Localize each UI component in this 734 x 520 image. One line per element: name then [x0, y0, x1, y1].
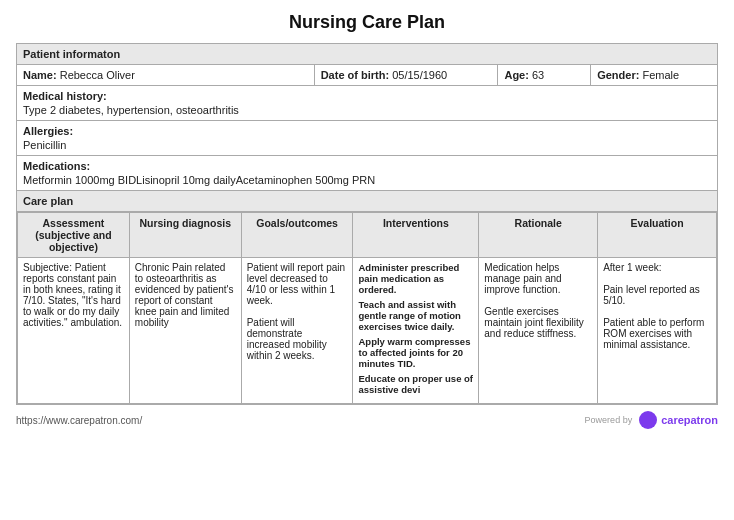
footer-url[interactable]: https://www.carepatron.com/	[16, 415, 142, 426]
th-assessment: Assessment (subjective and objective)	[18, 213, 130, 258]
goals-cell: Patient will report pain level decreased…	[241, 258, 353, 404]
patient-basic-info-row: Name: Rebecca Oliver Date of birth: 05/1…	[17, 65, 718, 86]
care-plan-table-row: Assessment (subjective and objective) Nu…	[17, 212, 718, 405]
care-plan-table: Assessment (subjective and objective) Nu…	[17, 212, 717, 404]
medications-row: Medications: Metformin 1000mg BIDLisinop…	[17, 156, 718, 191]
gender-label: Gender:	[597, 69, 639, 81]
th-interventions: Interventions	[353, 213, 479, 258]
th-nursing-diagnosis: Nursing diagnosis	[129, 213, 241, 258]
main-table: Patient informaton Name: Rebecca Oliver …	[16, 43, 718, 405]
powered-by-text: Powered by	[585, 415, 633, 425]
rationale-text: Medication helps manage pain and improve…	[484, 262, 592, 339]
allergies-row: Allergies: Penicillin	[17, 121, 718, 156]
intervention-3: Apply warm compresses to affected joints…	[358, 336, 473, 369]
patient-info-header: Patient informaton	[17, 44, 718, 65]
intervention-2: Teach and assist with gentle range of mo…	[358, 299, 473, 332]
care-plan-header-row: Assessment (subjective and objective) Nu…	[18, 213, 717, 258]
patient-gender-cell: Gender: Female	[591, 65, 717, 85]
goals-text: Patient will report pain level decreased…	[247, 262, 348, 361]
intervention-1: Administer prescribed pain medication as…	[358, 262, 473, 295]
medications-value: Metformin 1000mg BIDLisinopril 10mg dail…	[23, 174, 711, 186]
nursing-diagnosis-text: Chronic Pain related to osteoarthritis a…	[135, 262, 234, 328]
care-plan-header-row: Care plan	[17, 191, 718, 212]
medical-history-value: Type 2 diabetes, hypertension, osteoarth…	[23, 104, 711, 116]
patient-age-cell: Age: 63	[498, 65, 591, 85]
age-label: Age:	[504, 69, 528, 81]
interventions-cell: Administer prescribed pain medication as…	[353, 258, 479, 404]
evaluation-text: After 1 week: Pain level reported as 5/1…	[603, 262, 711, 350]
care-plan-data-row: Subjective: Patient reports constant pai…	[18, 258, 717, 404]
assessment-text: Subjective: Patient reports constant pai…	[23, 262, 122, 328]
page-title: Nursing Care Plan	[16, 12, 718, 33]
patient-gender: Female	[642, 69, 679, 81]
intervention-4: Educate on proper use of assistive devi	[358, 373, 473, 395]
medical-history-row: Medical history: Type 2 diabetes, hypert…	[17, 86, 718, 121]
medical-history-label: Medical history:	[23, 90, 711, 102]
th-goals: Goals/outcomes	[241, 213, 353, 258]
allergies-label: Allergies:	[23, 125, 711, 137]
assessment-cell: Subjective: Patient reports constant pai…	[18, 258, 130, 404]
medications-label: Medications:	[23, 160, 711, 172]
patient-info-header-row: Patient informaton	[17, 44, 718, 65]
interventions-list: Administer prescribed pain medication as…	[358, 262, 473, 395]
carepatron-icon	[639, 411, 657, 429]
patient-name: Rebecca Oliver	[60, 69, 135, 81]
allergies-value: Penicillin	[23, 139, 711, 151]
footer: https://www.carepatron.com/ Powered by c…	[16, 411, 718, 429]
nursing-diagnosis-cell: Chronic Pain related to osteoarthritis a…	[129, 258, 241, 404]
th-rationale: Rationale	[479, 213, 598, 258]
carepatron-brand: carepatron	[661, 414, 718, 426]
patient-name-cell: Name: Rebecca Oliver	[17, 65, 315, 85]
patient-dob: 05/15/1960	[392, 69, 447, 81]
dob-label: Date of birth:	[321, 69, 389, 81]
th-evaluation: Evaluation	[598, 213, 717, 258]
patient-dob-cell: Date of birth: 05/15/1960	[315, 65, 499, 85]
evaluation-cell: After 1 week: Pain level reported as 5/1…	[598, 258, 717, 404]
rationale-cell: Medication helps manage pain and improve…	[479, 258, 598, 404]
patient-age: 63	[532, 69, 544, 81]
name-label: Name:	[23, 69, 57, 81]
carepatron-logo: Powered by carepatron	[585, 411, 718, 429]
care-plan-header: Care plan	[17, 191, 718, 212]
